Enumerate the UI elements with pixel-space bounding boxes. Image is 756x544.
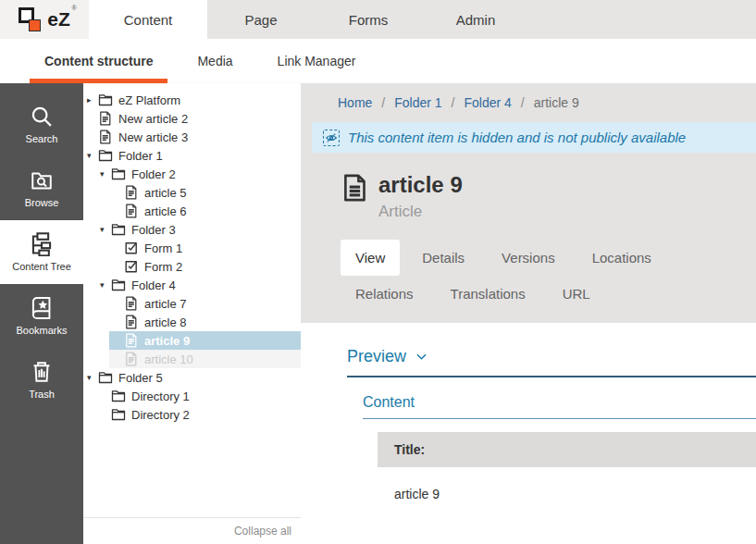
tree-item-article-10[interactable]: article 10 [83, 350, 301, 368]
tree-item-content: ▾Folder 1 [83, 146, 301, 165]
sidebar-item-label: Search [26, 133, 58, 144]
breadcrumb-home[interactable]: Home [338, 95, 372, 110]
content-tab-versions[interactable]: Versions [487, 240, 570, 276]
field-label: Title: [378, 432, 756, 467]
sub-tab-link-manager[interactable]: Link Manager [263, 39, 371, 83]
tree-indent [83, 239, 109, 257]
breadcrumb: Home/Folder 1/Folder 4/article 9 [301, 83, 756, 122]
tree-item-folder-5[interactable]: ▾Folder 5 [83, 368, 301, 387]
article-icon [98, 111, 113, 126]
chevron-down-icon [415, 351, 428, 363]
tree-item-article-8[interactable]: article 8 [83, 313, 301, 331]
content-tree-panel: ▸eZ PlatformNew article 2New article 3▾F… [83, 83, 301, 544]
content-tab-details[interactable]: Details [407, 240, 479, 276]
tree-indent [83, 313, 109, 331]
article-icon [124, 296, 139, 311]
tree-item-content: ▾Folder 5 [83, 368, 301, 387]
folder-icon [111, 389, 126, 403]
tree-item-form-1[interactable]: Form 1 [83, 239, 301, 257]
tree-item-folder-2[interactable]: ▾Folder 2 [83, 165, 301, 183]
tree-item-article-6[interactable]: article 6 [83, 202, 301, 220]
sub-tab-content-structure[interactable]: Content structure [30, 39, 167, 83]
content-tab-relations[interactable]: Relations [341, 276, 428, 312]
tree-item-content: New article 2 [83, 109, 301, 128]
tree-indent [83, 165, 96, 183]
content-tab-translations[interactable]: Translations [436, 276, 540, 312]
sidebar-item-bookmarks[interactable]: Bookmarks [0, 284, 83, 348]
content-tab-view[interactable]: View [341, 240, 400, 276]
tree-item-content: Form 1 [109, 239, 301, 257]
form-icon [124, 241, 139, 255]
article-icon [124, 333, 139, 348]
main-tab-page[interactable]: Page [207, 0, 315, 39]
sidebar-item-label: Browse [25, 197, 59, 208]
collapse-arrow-icon[interactable]: ▾ [87, 374, 98, 382]
tree-item-content: Directory 1 [96, 387, 301, 405]
preview-toggle[interactable]: Preview [347, 347, 756, 377]
tree-item-form-2[interactable]: Form 2 [83, 257, 301, 276]
icon-sidebar: SearchBrowseContent TreeBookmarksTrash [0, 83, 83, 544]
tree-item-label: New article 2 [118, 112, 188, 126]
folder-icon [111, 167, 126, 181]
tree-item-label: article 6 [144, 204, 187, 218]
tree-item-content: Form 2 [109, 257, 301, 276]
tree-item-label: Directory 2 [131, 408, 190, 422]
content-tree-icon [30, 232, 54, 256]
tree-item-new-article-3[interactable]: New article 3 [83, 128, 301, 146]
expand-arrow-icon[interactable]: ▸ [87, 96, 98, 105]
breadcrumb-separator: / [452, 95, 455, 110]
collapse-arrow-icon[interactable]: ▾ [100, 281, 111, 290]
tree-item-folder-3[interactable]: ▾Folder 3 [83, 220, 301, 239]
sub-tab-media[interactable]: Media [182, 39, 247, 83]
tree-item-directory-2[interactable]: Directory 2 [83, 405, 301, 424]
tree-item-label: article 10 [144, 352, 193, 366]
form-icon [124, 259, 139, 274]
content-tab-url[interactable]: URL [548, 276, 605, 312]
breadcrumb-separator: / [521, 95, 525, 110]
tree-item-new-article-2[interactable]: New article 2 [83, 109, 301, 128]
breadcrumb-separator: / [381, 95, 385, 110]
folder-icon [111, 407, 126, 422]
breadcrumb-folder-1[interactable]: Folder 1 [394, 95, 441, 110]
main-tab-admin[interactable]: Admin [422, 0, 529, 39]
sidebar-item-browse[interactable]: Browse [0, 156, 83, 220]
bookmarks-icon [30, 296, 54, 320]
tree-indent [83, 276, 96, 294]
tree-item-folder-1[interactable]: ▾Folder 1 [83, 146, 301, 165]
tree-item-label: article 5 [144, 186, 187, 200]
top-bar: eZ® ContentPageFormsAdmin [0, 0, 756, 39]
tree-indent [83, 387, 96, 405]
folder-icon [98, 93, 113, 107]
tree-item-content: ▾Folder 4 [96, 276, 301, 294]
app-logo[interactable]: eZ® [0, 0, 89, 39]
article-icon [341, 173, 367, 203]
tree-indent [83, 220, 96, 239]
sidebar-item-trash[interactable]: Trash [0, 348, 83, 412]
sidebar-item-label: Trash [29, 389, 55, 400]
tree-item-article-9[interactable]: article 9 [83, 331, 301, 350]
sidebar-item-content-tree[interactable]: Content Tree [0, 220, 83, 284]
tree-indent [83, 183, 109, 202]
field-value: article 9 [378, 467, 756, 521]
sidebar-item-search[interactable]: Search [0, 93, 83, 156]
tree-item-article-7[interactable]: article 7 [83, 294, 301, 313]
tree-item-folder-4[interactable]: ▾Folder 4 [83, 276, 301, 294]
folder-icon [98, 148, 113, 163]
breadcrumb-folder-4[interactable]: Folder 4 [465, 95, 512, 110]
secondary-nav: Content structureMediaLink Manager [0, 39, 756, 83]
collapse-all-button[interactable]: Collapse all [83, 517, 301, 544]
tree-item-directory-1[interactable]: Directory 1 [83, 387, 301, 405]
tree-item-article-5[interactable]: article 5 [83, 183, 301, 202]
tree-item-label: Form 2 [144, 260, 182, 274]
collapse-arrow-icon[interactable]: ▾ [87, 152, 98, 160]
tree-item-content: article 7 [109, 294, 301, 313]
content-view-section: Preview Content Title:article 9 [301, 323, 756, 544]
collapse-arrow-icon[interactable]: ▾ [100, 226, 111, 234]
main-nav: ContentPageFormsAdmin [89, 0, 756, 39]
collapse-arrow-icon[interactable]: ▾ [100, 170, 111, 179]
content-tab-locations[interactable]: Locations [577, 240, 666, 276]
tree-item-ez-platform[interactable]: ▸eZ Platform [83, 91, 301, 109]
main-tab-forms[interactable]: Forms [315, 0, 422, 39]
main-tab-content[interactable]: Content [89, 0, 207, 39]
sidebar-item-label: Content Tree [12, 261, 71, 272]
